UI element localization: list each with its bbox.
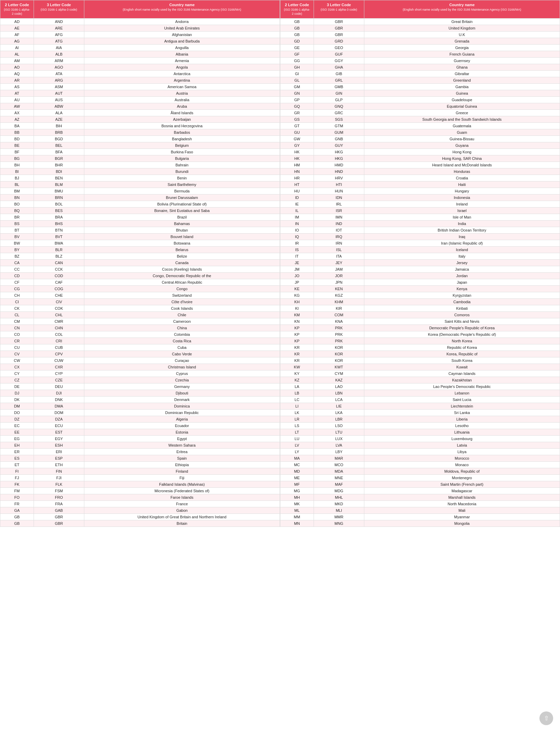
cell-2letter: DE — [0, 383, 34, 390]
cell-name: Faroe Islands — [84, 494, 280, 500]
table-row: HRHRVCroatia — [280, 175, 560, 181]
table-row: GIGIBGibraltar — [280, 70, 560, 77]
cell-3letter: BRB — [34, 129, 84, 135]
table-row: ISISLIceland — [280, 246, 560, 253]
table-row: BBBRBBarbados — [0, 129, 280, 135]
table-row: AMARMArmenia — [0, 57, 280, 64]
cell-2letter: AQ — [0, 70, 34, 77]
cell-3letter: ATG — [34, 38, 84, 44]
cell-name: Angola — [84, 64, 280, 70]
cell-name: India — [364, 220, 560, 227]
cell-3letter: FIN — [34, 468, 84, 474]
cell-3letter: IND — [314, 220, 364, 227]
table-row: IRIRNIran (Islamic Republic of) — [280, 240, 560, 246]
table-row: GLGRLGreenland — [280, 77, 560, 83]
cell-name: Gibraltar — [364, 70, 560, 77]
cell-2letter: AL — [0, 51, 34, 57]
cell-2letter: MF — [280, 481, 314, 487]
table-row: LBLBNLebanon — [280, 390, 560, 396]
table-row: CZCZECzechia — [0, 377, 280, 383]
table-row: LULUXLuxembourg — [280, 435, 560, 442]
table-row: KWKWTKuwait — [280, 364, 560, 370]
cell-3letter: FLK — [34, 481, 84, 487]
cell-2letter: EG — [0, 435, 34, 442]
cell-name: Iceland — [364, 246, 560, 253]
table-row: BMBMUBermuda — [0, 188, 280, 194]
cell-2letter: GS — [280, 116, 314, 122]
cell-3letter: HMD — [314, 162, 364, 168]
cell-name: Saint Martin (French part) — [364, 481, 560, 487]
cell-3letter: GRD — [314, 38, 364, 44]
cell-name: Guinea — [364, 90, 560, 96]
cell-name: Ecuador — [84, 422, 280, 429]
table-row: KMCOMComoros — [280, 311, 560, 318]
cell-name: Antigua and Barbuda — [84, 38, 280, 44]
cell-name: Guatemala — [364, 122, 560, 129]
cell-3letter: CUW — [34, 357, 84, 364]
cell-3letter: IMN — [314, 214, 364, 220]
cell-2letter: FR — [0, 500, 34, 507]
table-row: BNBRNBrunei Darussalam — [0, 194, 280, 201]
cell-3letter: MNE — [314, 474, 364, 481]
cell-name: Canada — [84, 259, 280, 266]
cell-name: China — [84, 324, 280, 331]
table-row: KGKGZKyrgyzstan — [280, 292, 560, 298]
cell-name: American Samoa — [84, 83, 280, 90]
cell-2letter: ML — [280, 507, 314, 513]
cell-2letter: CX — [0, 364, 34, 370]
cell-3letter: MAF — [314, 481, 364, 487]
cell-2letter: GI — [280, 70, 314, 77]
table-row: BFBFABurkina Faso — [0, 149, 280, 155]
cell-name: Cabo Verde — [84, 351, 280, 357]
cell-2letter: BR — [0, 214, 34, 220]
cell-3letter: ISR — [314, 207, 364, 214]
cell-name: British Indian Ocean Territory — [364, 227, 560, 233]
cell-name: Cameroon — [84, 318, 280, 324]
cell-name: Burkina Faso — [84, 149, 280, 155]
cell-name: U.K — [364, 31, 560, 38]
cell-3letter: AGO — [34, 64, 84, 70]
cell-3letter: BOL — [34, 201, 84, 207]
table-row: BIBDIBurundi — [0, 168, 280, 175]
cell-3letter: BDI — [34, 168, 84, 175]
cell-2letter: CV — [0, 351, 34, 357]
cell-2letter: GP — [280, 96, 314, 103]
cell-3letter: GRC — [314, 109, 364, 116]
cell-name: Afghanistan — [84, 31, 280, 38]
cell-name: Sri Lanka — [364, 409, 560, 416]
cell-name: Costa Rica — [84, 338, 280, 344]
cell-name: Fiji — [84, 474, 280, 481]
cell-name: United Arab Emirates — [84, 25, 280, 31]
cell-name: Guadeloupe — [364, 96, 560, 103]
cell-name: Jordan — [364, 272, 560, 279]
table-row: MCMCOMonaco — [280, 461, 560, 468]
cell-name: Bouvet Island — [84, 233, 280, 240]
cell-3letter: LBR — [314, 416, 364, 422]
cell-2letter: AU — [0, 96, 34, 103]
table-row: MDMDAMoldova, Republic of — [280, 468, 560, 474]
cell-3letter: COG — [34, 285, 84, 292]
cell-3letter: CRI — [34, 338, 84, 344]
cell-2letter: HT — [280, 181, 314, 188]
table-row: IMIMNIsle of Man — [280, 214, 560, 220]
table-row: FRFRAFrance — [0, 500, 280, 507]
cell-3letter: MNG — [314, 520, 364, 527]
table-row: CRCRICosta Rica — [0, 338, 280, 344]
cell-2letter: BA — [0, 122, 34, 129]
table-row: MLMLIMali — [280, 507, 560, 513]
cell-3letter: LBN — [314, 390, 364, 396]
cell-name: Lesotho — [364, 422, 560, 429]
cell-2letter: HM — [280, 162, 314, 168]
cell-2letter: KW — [280, 364, 314, 370]
cell-3letter: AND — [34, 18, 84, 25]
cell-3letter: GUF — [314, 51, 364, 57]
cell-name: Heard Island and McDonald Islands — [364, 162, 560, 168]
cell-2letter: DK — [0, 396, 34, 403]
cell-3letter: KAZ — [314, 377, 364, 383]
cell-2letter: ES — [0, 455, 34, 461]
cell-2letter: AW — [0, 103, 34, 109]
table-row: KYCYMCayman Islands — [280, 370, 560, 377]
cell-name: Bulgaria — [84, 155, 280, 162]
cell-2letter: KP — [280, 331, 314, 338]
cell-2letter: BV — [0, 233, 34, 240]
